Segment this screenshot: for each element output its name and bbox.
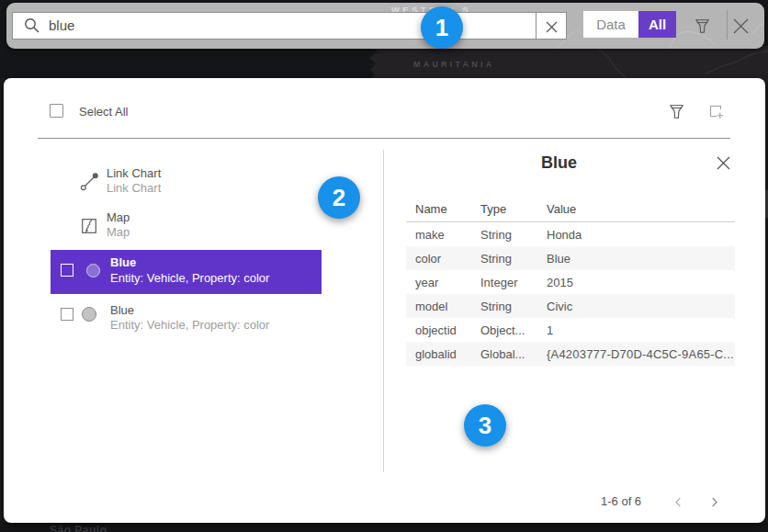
svg-text:São Paulo: São Paulo [50, 524, 107, 532]
svg-text:MAURITANIA: MAURITANIA [413, 60, 494, 69]
